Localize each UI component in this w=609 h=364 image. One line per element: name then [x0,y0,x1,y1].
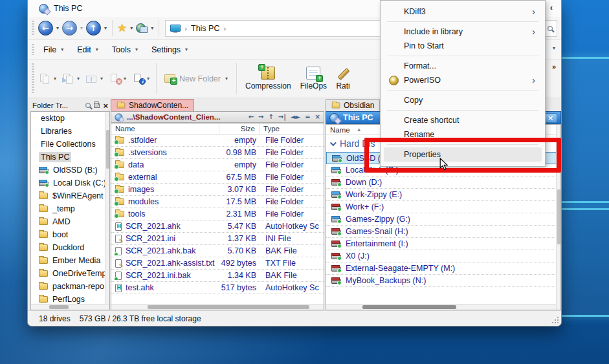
tree-vertical-scrollbar[interactable] [105,112,109,310]
drive-list-horizontal-scrollbar[interactable] [326,304,560,310]
new-folder-button[interactable]: New Folder [161,72,232,86]
drive-row[interactable]: Work-Zippy (E:) [326,189,560,201]
scrollbar-thumb[interactable] [106,130,109,169]
tab-obsidian[interactable]: Obsidian [326,99,380,111]
toolbar-button[interactable]: Rati [331,65,355,92]
context-menu-item[interactable]: Include in library [384,25,542,39]
context-menu-item[interactable] [387,56,538,56]
properties-button[interactable] [131,72,152,86]
tree-horizontal-scrollbar[interactable] [31,304,109,310]
favorites-star-icon[interactable] [117,21,127,35]
tree-item[interactable]: _temp [31,202,109,215]
tree-item[interactable]: $WinREAgent [31,189,109,202]
context-menu-item[interactable] [387,21,538,22]
column-name[interactable]: Name [111,123,219,134]
drive-row[interactable]: MyBook_Backups (N:) [326,275,560,287]
properties-dropdown-icon[interactable] [146,76,150,81]
tree-item[interactable]: Ember Media [31,254,109,267]
tree-close-icon[interactable] [103,101,108,111]
nav-up-icon[interactable]: ↑ [267,114,274,120]
titlebar-collapse-chevron-icon[interactable] [550,3,553,12]
drive-row[interactable]: External-Seagate-EMPTY (M:) [326,262,560,275]
context-menu-item[interactable]: Create shortcut [384,113,542,127]
copy-dropdown-icon[interactable] [53,76,57,81]
panel-close-button[interactable] [544,113,557,123]
panel-close-icon[interactable]: × [315,114,321,120]
file-row[interactable]: images 3.07 KB File Folder [111,184,324,196]
delete-dropdown-icon[interactable] [123,76,127,81]
drive-row[interactable]: Entertainment (I:) [326,238,560,250]
copy-to-button[interactable] [61,72,82,86]
context-menu-item[interactable]: KDiff3 [384,5,542,19]
toolbar-grip[interactable] [32,21,34,36]
file-row[interactable]: SCR_2021.ini 1.37 KB INI File [111,233,324,245]
tree-item[interactable]: OneDriveTemp [31,267,109,280]
rename-dropdown-icon[interactable] [100,76,104,81]
file-row[interactable]: data empty File Folder [111,159,324,171]
tree-item[interactable]: Libraries [31,125,109,138]
column-type[interactable]: Type [259,123,324,134]
up-dropdown-icon[interactable] [104,25,107,31]
file-row[interactable]: .stversions 0.98 MB File Folder [111,147,324,159]
copy-button[interactable] [38,72,59,86]
tree-item[interactable]: This PC [31,151,109,164]
up-button[interactable] [86,21,101,36]
tab-shadowcontent[interactable]: ShadowConten... [111,99,194,111]
file-row[interactable]: SCR_2021.ahk-assist.txt 492 bytes TXT Fi… [111,257,324,270]
file-row[interactable]: external 67.5 MB File Folder [111,171,324,184]
drive-row[interactable]: X0 (J:) [326,250,560,262]
favorites-dropdown-icon[interactable] [129,25,133,31]
file-row[interactable]: test.ahk 517 bytes AutoHotkey Sc [111,282,324,294]
file-row[interactable]: SCR_2021.ahk.bak 5.70 KB BAK File [111,245,324,257]
menu-item[interactable]: Tools [105,43,145,57]
context-menu-item[interactable]: PowerISO [384,73,542,87]
menu-item[interactable]: Edit [71,43,105,57]
tree-item[interactable]: Ducklord [31,241,109,254]
drive-row[interactable]: Down (D:) [326,177,560,189]
window-resize-grip[interactable] [551,316,559,323]
context-menu-item[interactable] [387,110,538,111]
nav-right-icon[interactable]: → [258,114,264,120]
forward-button[interactable] [62,21,77,36]
file-row[interactable]: modules 17.5 MB File Folder [111,196,324,208]
tree-item[interactable]: Local Disk (C:) [31,177,109,189]
split-icon[interactable]: ◄► [290,114,301,120]
tree-item[interactable]: AMD [31,215,109,228]
scrollbar-thumb[interactable] [148,305,309,309]
menubar-overflow-dropdown-icon[interactable] [552,45,556,51]
toolbar-overflow-icon[interactable] [552,63,556,70]
menu-item[interactable]: Settings [145,43,195,57]
tree-search-icon[interactable] [85,103,91,108]
nav-left-icon[interactable]: ← [248,114,254,120]
file-row[interactable]: tools 2.31 MB File Folder [111,208,324,220]
go-end-icon[interactable]: →| [278,114,287,120]
scrollbar-thumb[interactable] [557,189,560,244]
new-folder-dropdown-icon[interactable] [225,76,228,81]
minimize-icon[interactable]: = [304,114,311,120]
middle-panel-path-bar[interactable]: ...\ShadowContent_Clien... ← → ↑ →| ◄► =… [111,111,324,123]
tree-item[interactable]: boot [31,228,109,241]
back-button[interactable] [38,21,53,36]
scrollbar-thumb[interactable] [49,305,69,309]
context-menu-item[interactable]: Format... [384,59,542,73]
tree-item[interactable]: OldSSD (B:) [31,164,109,177]
rename-button[interactable] [84,72,105,86]
back-dropdown-icon[interactable] [56,25,60,31]
tree-item[interactable]: File Collections [31,138,109,151]
tree-unlock-icon[interactable] [94,103,100,108]
toolbar-button[interactable]: Compression [241,65,296,92]
drive-row[interactable]: Work+ (F:) [326,201,560,213]
scrollbar-thumb[interactable] [362,305,456,309]
toolbar-button[interactable]: FileOps [296,65,331,92]
file-row[interactable]: SCR_2021.ini.bak 1.34 KB BAK File [111,270,324,282]
breadcrumb-chevron-icon[interactable] [223,25,226,32]
column-name[interactable]: Name [330,126,350,134]
menubar-grip[interactable] [32,44,34,55]
drive-row[interactable]: Games-Zippy (G:) [326,213,560,226]
breadcrumb-this-pc[interactable]: This PC [191,24,219,33]
group-collapse-chevron-icon[interactable] [330,140,337,146]
file-row[interactable]: .stfolder empty File Folder [111,134,324,147]
forward-dropdown-icon[interactable] [80,25,83,31]
column-size[interactable]: Size [219,123,259,134]
context-menu-item[interactable]: Pin to Start [384,39,542,53]
